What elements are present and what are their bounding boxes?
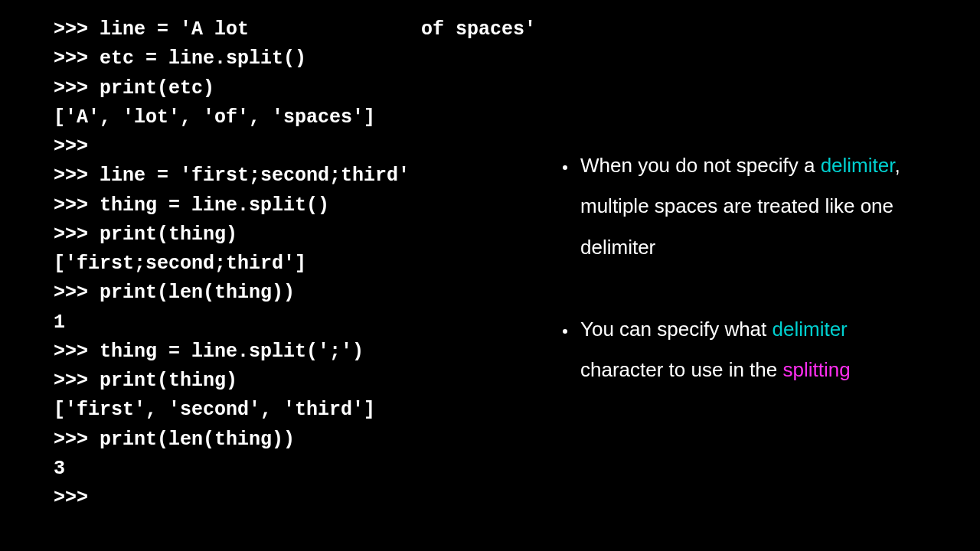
code-column: >>> line = 'A lot of spaces' >>> etc = l… [0,0,539,551]
bullet-text: delimiter [580,236,655,259]
bullet-item: When you do not specify a delimiter, mul… [577,145,934,268]
bullet-list: When you do not specify a delimiter, mul… [554,145,934,390]
highlight-delimiter: delimiter [821,154,895,177]
highlight-delimiter: delimiter [773,318,848,341]
bullet-item: You can specify what delimiter character… [577,309,934,391]
bullet-text: character to use in the [580,358,782,381]
highlight-splitting: splitting [782,358,850,381]
notes-column: When you do not specify a delimiter, mul… [539,0,980,551]
bullet-text: You can specify what [580,318,773,341]
bullet-text-italic: one [861,194,893,217]
slide: >>> line = 'A lot of spaces' >>> etc = l… [0,0,980,551]
code-block: >>> line = 'A lot of spaces' >>> etc = l… [54,15,539,513]
bullet-text: When you do not specify a [580,154,821,177]
